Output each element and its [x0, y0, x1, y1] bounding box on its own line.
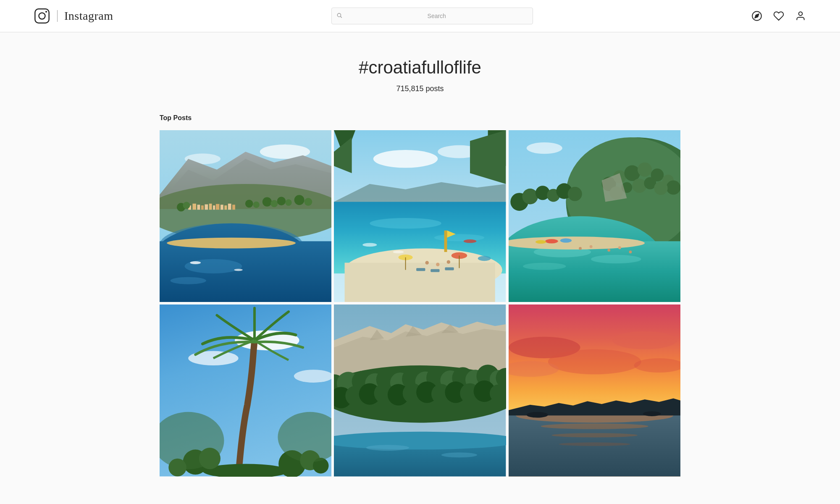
hashtag-title: #croatiafulloflife: [160, 58, 680, 78]
svg-point-55: [434, 234, 484, 241]
instagram-logo-icon[interactable]: [34, 8, 50, 24]
svg-point-42: [285, 200, 291, 206]
svg-point-7: [799, 12, 803, 16]
svg-point-96: [567, 187, 582, 201]
svg-point-161: [334, 432, 506, 450]
svg-point-31: [171, 277, 206, 284]
svg-point-60: [447, 260, 451, 264]
top-post-6[interactable]: [509, 304, 680, 476]
svg-rect-16: [192, 204, 196, 210]
svg-point-59: [436, 263, 440, 267]
top-post-3[interactable]: [509, 130, 680, 302]
svg-point-43: [294, 195, 304, 205]
svg-point-70: [464, 239, 477, 243]
svg-rect-20: [209, 204, 212, 210]
svg-rect-22: [216, 204, 220, 210]
svg-rect-26: [232, 205, 235, 210]
hashtag-header: #croatiafulloflife 715,815 posts: [160, 58, 680, 93]
top-post-5[interactable]: [334, 304, 506, 476]
svg-point-69: [393, 251, 404, 254]
svg-rect-25: [228, 204, 231, 210]
svg-point-104: [579, 247, 582, 250]
svg-point-36: [183, 202, 190, 209]
header-logo-divider: [57, 10, 58, 22]
svg-point-30: [185, 259, 242, 273]
svg-rect-99: [509, 241, 680, 302]
svg-rect-29: [160, 241, 331, 302]
svg-rect-23: [220, 205, 223, 210]
svg-point-54: [370, 218, 442, 229]
site-header: Instagram: [0, 0, 840, 32]
compass-icon[interactable]: [751, 10, 763, 22]
profile-icon[interactable]: [795, 10, 806, 22]
svg-point-107: [618, 246, 621, 249]
svg-point-37: [245, 200, 253, 207]
main-content: #croatiafulloflife 715,815 posts Top Pos…: [126, 32, 714, 477]
svg-point-162: [366, 445, 409, 451]
svg-point-102: [591, 255, 641, 263]
svg-point-33: [190, 261, 201, 264]
svg-rect-73: [445, 268, 454, 270]
svg-point-108: [629, 251, 632, 254]
svg-point-105: [589, 245, 592, 248]
svg-point-106: [607, 249, 610, 252]
top-posts-label: Top Posts: [160, 114, 680, 122]
post-count: 715,815 posts: [160, 84, 680, 93]
svg-point-173: [541, 423, 648, 429]
svg-point-111: [536, 240, 546, 244]
svg-point-167: [612, 331, 677, 349]
header-logo-area: Instagram: [34, 8, 113, 24]
top-posts-grid: [160, 130, 680, 477]
svg-point-178: [643, 411, 661, 416]
svg-point-175: [559, 443, 630, 446]
svg-point-46: [373, 150, 438, 168]
svg-rect-0: [35, 9, 49, 23]
svg-point-76: [526, 142, 562, 154]
heart-icon[interactable]: [773, 10, 785, 22]
svg-point-68: [363, 243, 377, 247]
svg-point-115: [294, 370, 332, 383]
svg-point-109: [545, 239, 558, 243]
svg-point-38: [253, 202, 260, 208]
instagram-wordmark: Instagram: [64, 9, 113, 23]
top-post-1[interactable]: [160, 130, 331, 302]
svg-point-81: [624, 165, 640, 181]
svg-rect-72: [431, 269, 440, 272]
svg-rect-71: [416, 268, 425, 271]
svg-point-168: [548, 349, 641, 375]
svg-point-82: [638, 163, 652, 177]
svg-point-88: [632, 178, 646, 193]
svg-rect-19: [205, 205, 208, 210]
top-posts-section: Top Posts: [160, 114, 680, 477]
svg-point-40: [270, 200, 278, 207]
svg-point-177: [526, 412, 548, 418]
top-post-4[interactable]: [160, 304, 331, 476]
svg-point-41: [277, 197, 286, 205]
svg-point-101: [523, 263, 566, 270]
svg-point-2: [45, 11, 47, 13]
svg-point-85: [666, 180, 680, 194]
svg-point-58: [425, 261, 429, 265]
svg-rect-66: [444, 231, 447, 252]
search-input[interactable]: [331, 8, 533, 24]
svg-rect-21: [213, 205, 215, 210]
svg-rect-24: [224, 205, 227, 210]
svg-point-110: [560, 239, 571, 243]
svg-point-174: [551, 433, 638, 437]
svg-rect-18: [201, 205, 204, 210]
top-post-2[interactable]: [334, 130, 506, 302]
svg-marker-6: [755, 14, 759, 18]
svg-point-39: [262, 197, 272, 206]
svg-point-1: [39, 13, 45, 19]
header-search-area: [331, 8, 533, 24]
svg-point-163: [441, 453, 477, 458]
svg-point-34: [234, 269, 242, 271]
header-nav-icons: [751, 10, 806, 22]
svg-point-90: [654, 181, 667, 195]
svg-point-92: [522, 189, 538, 205]
svg-point-44: [304, 198, 312, 206]
svg-point-32: [167, 238, 296, 249]
svg-point-65: [478, 256, 491, 261]
svg-rect-17: [197, 205, 200, 210]
search-wrapper: [331, 8, 533, 24]
